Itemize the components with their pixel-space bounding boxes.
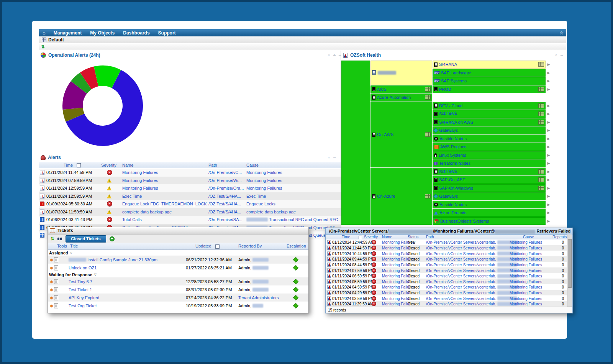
expand-arrow-icon[interactable]: ▶ (546, 159, 551, 167)
expand-arrow-icon[interactable]: ▶ (546, 135, 551, 143)
close-icon[interactable]: × (557, 229, 560, 233)
ticket-row[interactable]: ∗Unlock on OZ101/27/2022 08:25:21 AMAdmi… (48, 264, 308, 272)
grid-view-icon[interactable] (538, 169, 544, 174)
expand-arrow-icon[interactable]: ▶ (546, 184, 551, 192)
column-header-time[interactable]: Time (342, 235, 350, 239)
health-group-on-azure[interactable]: On-Azure (370, 168, 432, 225)
health-group-org[interactable] (370, 61, 432, 85)
expand-arrow-icon[interactable]: ▶ (546, 151, 551, 159)
column-header-name[interactable]: Name (382, 235, 392, 239)
alert-path[interactable]: /On-Premise/vCenter Servers/vcenterlab. (426, 274, 517, 278)
alert-cause[interactable]: Monitoring Failures (510, 251, 542, 256)
vertical-scrollbar[interactable] (567, 234, 572, 307)
grid-view-icon[interactable] (538, 177, 544, 182)
expand-arrow-icon[interactable]: ▶ (546, 102, 551, 110)
alert-path[interactable]: /On-Premise/vCenter Servers/vcenterlab. (426, 262, 517, 267)
health-item-s-4hana[interactable]: S/4HANA (433, 168, 546, 176)
ticket-row[interactable]: ∗ Install Config Sample June 21 330pm06/… (48, 256, 308, 264)
alert-row[interactable]: 01/11/2024 12:59:59 AMMonitoring Failure… (39, 184, 341, 192)
tickets-titlebar[interactable]: Tickets (48, 227, 308, 234)
ticket-group-assigned[interactable]: Assigned▽ (48, 250, 308, 256)
alert-path[interactable]: /On-Premise/vCenter Servers/vcenterlab. (426, 268, 517, 272)
panel-controls[interactable]: ○ ─ (333, 53, 342, 57)
health-item-s-4hana-on-aws[interactable]: S/4HANA on AWS (433, 118, 546, 126)
health-item-ansible-nodes[interactable]: Ansible Nodes (433, 135, 546, 143)
alert-cause[interactable]: complete data backup age (246, 210, 341, 214)
popup-alert-row[interactable]: 01/12/2024 12:44:59 AMMonitoring Failure… (326, 239, 567, 245)
health-item-s-4hana[interactable]: S/4HANA (433, 110, 546, 118)
health-item-sap-on-windows[interactable]: SAP-On-Windows (433, 184, 546, 192)
alert-name[interactable]: Monitoring Failures (122, 186, 158, 190)
alert-path[interactable]: /On-Premise/vCenter Servers/vcenterlab. (426, 279, 517, 284)
maximize-icon[interactable]: □ (562, 229, 564, 233)
alert-name[interactable]: Exec Time (122, 194, 142, 198)
expand-arrow-icon[interactable]: ▶ (546, 209, 551, 217)
grid-view-icon[interactable] (538, 87, 544, 92)
refresh-icon[interactable]: ↻ (566, 229, 569, 233)
expand-arrow-icon[interactable]: ▶ (546, 201, 551, 209)
expand-arrow-icon[interactable]: ▶ (546, 168, 551, 176)
ticket-title[interactable]: Test Ticket 1 (69, 287, 92, 292)
ticket-title[interactable]: Test Tiny 6.7 (69, 279, 92, 284)
grid-view-icon[interactable] (425, 95, 431, 100)
favorite-star-icon[interactable]: ☆ (559, 30, 564, 36)
health-item-aws-regions[interactable]: AWS Regions (433, 143, 546, 151)
nav-item-dashboards[interactable]: Dashboards (119, 30, 154, 36)
alert-row[interactable]: 01/11/2024 07:59:59 AMMonitoring Failure… (39, 177, 341, 185)
alert-path[interactable]: /On-Premise/vCenter Servers/vcenterlab. (426, 285, 517, 289)
home-icon[interactable]: ⌂ (39, 30, 49, 36)
column-header-updated[interactable]: Updated (195, 244, 211, 248)
alert-cause[interactable]: Enqueue Locks (246, 202, 341, 206)
alert-path[interactable]: /On-Premise/SA... (208, 217, 243, 222)
health-item-sap-on-ase[interactable]: SAP-On_ASE (433, 176, 546, 184)
alert-row[interactable]: 01/06/2024 03:41:43 PMTotal Calls/On-Pre… (39, 216, 341, 224)
alert-path[interactable]: /On-Premise/vC... (208, 170, 242, 175)
panel-controls[interactable]: ○ ─ (328, 156, 337, 159)
collapse-arrow-icon[interactable]: ▽ (94, 273, 97, 276)
popup-alert-row[interactable]: 01/11/2024 11:44:59 PMMonitoring Failure… (326, 245, 567, 251)
alert-name[interactable]: Monitoring Failures (122, 178, 158, 183)
health-root-cell[interactable] (341, 61, 370, 225)
alert-row[interactable]: 01/09/2024 05:30:30 AMEnqueue Lock FDC_T… (39, 200, 341, 208)
health-item-linux-systems[interactable]: Linux Systems (433, 151, 546, 159)
health-group-aws[interactable]: AWS (370, 85, 432, 93)
health-group-on-aws[interactable]: On-AWS (370, 102, 432, 167)
alert-cause[interactable]: Monitoring Failures (510, 296, 542, 300)
alert-row[interactable]: 01/07/2024 11:59:59 AMcomplete data back… (39, 208, 341, 216)
ticket-title[interactable]: API Key Expired (69, 295, 99, 300)
health-group-azure-automation[interactable]: Azure-Automation (370, 93, 432, 102)
popup-alert-row[interactable]: 01/11/2024 03:59:59 PMMonitoring Failure… (326, 295, 567, 301)
tab-default[interactable]: Default (48, 37, 64, 43)
column-header-severity[interactable]: Severity (101, 163, 116, 167)
column-header-escalation[interactable]: Escalation (287, 244, 306, 248)
alert-path[interactable]: /OZ Test/S/4HA... (208, 202, 241, 206)
expand-arrow-icon[interactable]: ▶ (546, 77, 551, 85)
alert-cause[interactable]: Monitoring Failures (510, 246, 542, 250)
alert-cause[interactable]: Monitoring Failures (510, 240, 542, 244)
grid-view-icon[interactable] (538, 186, 544, 190)
popup-alert-row[interactable]: 01/11/2024 11:29:59 AMMonitoring Failure… (326, 301, 567, 306)
popup-alert-row[interactable]: 01/11/2024 04:29:59 PMMonitoring Failure… (326, 290, 567, 296)
alert-row[interactable]: 01/11/2024 12:59:59 AMExec Time/OZ Test/… (39, 192, 341, 200)
popup-titlebar[interactable]: /On-Premise/vCenter Servers//Monitoring … (326, 228, 572, 235)
alert-cause[interactable]: Monitoring Failures (510, 285, 542, 289)
alert-path[interactable]: /On-Premise/vCenter Servers/vcenterlab. (426, 251, 517, 256)
alert-cause[interactable]: Monitoring Failures (246, 170, 341, 175)
alert-name[interactable]: complete data backup age (122, 210, 172, 214)
alert-cause[interactable]: Monitoring Failures (510, 257, 542, 261)
ticket-title[interactable]: Install Config Sample June 21 330pm (69, 257, 157, 262)
alert-row[interactable]: 01/11/2024 11:44:59 PMMonitoring Failure… (39, 169, 341, 177)
ticket-row[interactable]: ∗Test Ticket 108/31/2023 05:02:30 PMAdmi… (48, 285, 308, 293)
popup-alert-row[interactable]: 01/11/2024 07:59:59 PMMonitoring Failure… (326, 267, 567, 273)
health-item-dev-cloud[interactable]: DEV - Cloud (433, 102, 546, 110)
nav-item-my-objects[interactable]: My Objects (86, 30, 119, 36)
popup-alert-row[interactable]: 01/11/2024 04:59:59 PMMonitoring Failure… (326, 284, 567, 290)
column-header-severity[interactable]: Severity (364, 235, 378, 239)
alert-path[interactable]: /On-Premise/vCenter Servers/vcenterlab. (426, 240, 517, 244)
refresh-icon[interactable]: ⇅ (41, 45, 44, 49)
alert-cause[interactable]: Monitoring Failures (510, 279, 542, 284)
alert-cause[interactable]: Transactional RFC and Queued RFC (246, 217, 341, 222)
health-item-gateways[interactable]: Gateways (433, 192, 546, 200)
column-header-time[interactable]: Time (64, 163, 73, 167)
alert-path[interactable]: /On-Premise/vCenter Servers/vcenterlab. (426, 296, 517, 300)
